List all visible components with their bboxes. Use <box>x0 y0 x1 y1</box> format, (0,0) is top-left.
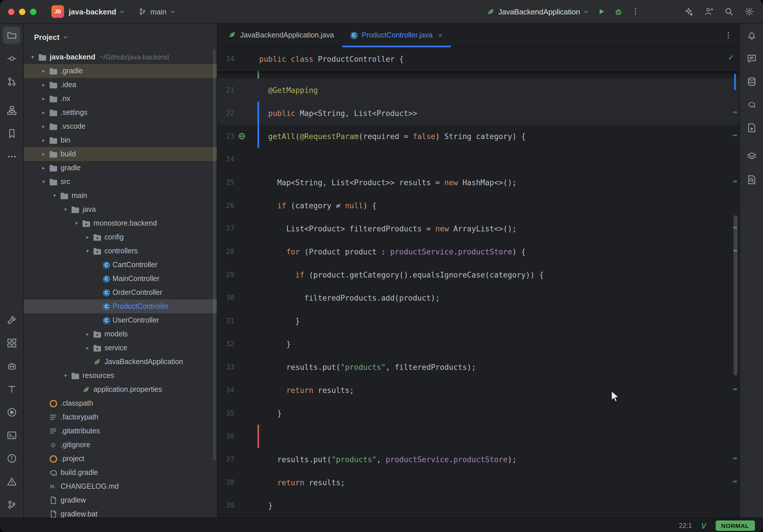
chevron-down-icon[interactable]: ▾ <box>28 54 37 60</box>
branch-selector[interactable]: main <box>139 7 175 16</box>
tree-item-build[interactable]: ▸build <box>24 147 217 161</box>
structure-button[interactable] <box>0 99 23 122</box>
build-button[interactable] <box>0 308 23 331</box>
close-window-button[interactable] <box>8 8 14 15</box>
doc-plus-button[interactable] <box>740 116 763 139</box>
tree-item-ordercontroller[interactable]: COrderController <box>24 286 217 299</box>
code-line-35[interactable]: 35 } <box>218 402 739 425</box>
chevron-down-icon[interactable]: ▾ <box>61 373 70 378</box>
problems-button[interactable] <box>0 447 23 470</box>
chevron-right-icon[interactable]: ▸ <box>39 110 48 115</box>
tree-item-usercontroller[interactable]: CUserController <box>24 313 217 327</box>
services-button[interactable] <box>0 331 23 354</box>
text-tool-button[interactable] <box>0 377 23 400</box>
tree-item--project[interactable]: .project <box>24 452 217 466</box>
assistant-button[interactable] <box>0 354 23 377</box>
code-line-23[interactable]: 23 getAll(@RequestParam(required = false… <box>218 125 739 148</box>
code-with-me-button[interactable] <box>704 7 713 16</box>
tree-item-java-backend[interactable]: ▾java-backend~/Github/java-backend <box>24 50 217 64</box>
chevron-down-icon[interactable]: ▾ <box>83 248 92 254</box>
code-line-30[interactable]: 30 filteredProducts.add(product); <box>218 286 739 309</box>
tree-item-maincontroller[interactable]: CMainController <box>24 272 217 286</box>
more-actions-button[interactable] <box>631 8 639 16</box>
tree-item-gradlew-bat[interactable]: gradlew.bat <box>24 507 217 518</box>
tree-item-gradle[interactable]: ▸gradle <box>24 161 217 175</box>
editor-tab-javabackendapplication-java[interactable]: JavaBackendApplication.java <box>220 24 342 47</box>
tree-item-config[interactable]: ▸config <box>24 230 217 244</box>
tree-item--idea[interactable]: ▸.idea <box>24 78 217 92</box>
project-selector[interactable]: java-backend <box>69 7 125 16</box>
code-line-22[interactable]: 22 public Map<String, List<Product>> <box>218 102 739 125</box>
notifications-button[interactable] <box>740 24 763 47</box>
debug-button[interactable] <box>614 7 623 16</box>
tree-item-controllers[interactable]: ▾controllers <box>24 244 217 258</box>
project-button[interactable] <box>0 24 23 47</box>
code-line-29[interactable]: 29 if (product.getCategory().equalsIgnor… <box>218 263 739 286</box>
chevron-down-icon[interactable]: ▾ <box>72 220 81 226</box>
search-everywhere-button[interactable] <box>724 7 733 16</box>
layers-button[interactable] <box>740 145 763 168</box>
tree-item-application-properties[interactable]: application.properties <box>24 382 217 396</box>
tree-item-productcontroller[interactable]: CProductController <box>24 299 217 313</box>
code-line-26[interactable]: 26 if (category ≠ null) { <box>218 194 739 217</box>
tree-item-src[interactable]: ▾src <box>24 175 217 189</box>
database-button[interactable] <box>740 70 763 93</box>
tree-item-monostore-backend[interactable]: ▾monostore.backend <box>24 216 217 230</box>
chevron-right-icon[interactable]: ▸ <box>39 137 48 143</box>
code-line-31[interactable]: 31 } <box>218 309 739 332</box>
settings-gear-button[interactable] <box>744 7 754 16</box>
project-tree-scrollbar[interactable] <box>213 50 216 461</box>
code-line-36[interactable]: 36 <box>218 425 739 448</box>
code-line-37[interactable]: 37 results.put("products", productServic… <box>218 448 739 471</box>
zoom-window-button[interactable] <box>30 8 36 15</box>
run-button[interactable] <box>0 400 23 424</box>
code-editor[interactable]: 14public class ProductController { 21 @G… <box>218 47 739 518</box>
pull-requests-button[interactable] <box>0 70 23 93</box>
chevron-right-icon[interactable]: ▸ <box>83 234 92 240</box>
ai-assistant-button[interactable] <box>684 7 693 16</box>
code-line-25[interactable]: 25 Map<String, List<Product>> results = … <box>218 171 739 194</box>
code-line-28[interactable]: 28 for (Product product : productService… <box>218 240 739 263</box>
tree-item--gradle[interactable]: ▸.gradle <box>24 64 217 78</box>
tree-item-gradlew[interactable]: gradlew <box>24 493 217 507</box>
editor-tab-productcontroller-java[interactable]: CProductController.java✕ <box>342 24 451 47</box>
tree-item-bin[interactable]: ▸bin <box>24 133 217 147</box>
code-line-33[interactable]: 33 results.put("products", filteredProdu… <box>218 356 739 378</box>
chevron-down-icon[interactable]: ▾ <box>61 207 70 212</box>
code-line-24[interactable]: 24 <box>218 148 739 171</box>
tree-item--factorypath[interactable]: .factorypath <box>24 410 217 424</box>
tree-item-javabackendapplication[interactable]: JavaBackendApplication <box>24 355 217 369</box>
commit-button[interactable] <box>0 47 23 70</box>
project-panel-header[interactable]: Project <box>24 24 217 50</box>
tree-item-models[interactable]: ▸models <box>24 327 217 341</box>
editor-scrollbar[interactable] <box>733 215 738 375</box>
bookmarks-button[interactable] <box>0 122 23 145</box>
caret-position[interactable]: 22:1 <box>679 522 692 529</box>
chevron-right-icon[interactable]: ▸ <box>39 68 48 74</box>
run-configuration-selector[interactable]: JavaBackendApplication <box>487 7 589 16</box>
vim-plugin-icon[interactable]: V <box>701 521 706 530</box>
tree-item-java[interactable]: ▾java <box>24 202 217 216</box>
tree-item--gitattributes[interactable]: .gitattributes <box>24 424 217 438</box>
chevron-right-icon[interactable]: ▸ <box>83 331 92 337</box>
sticky-code-line-14[interactable]: 14public class ProductController { <box>218 47 739 70</box>
chevron-right-icon[interactable]: ▸ <box>39 165 48 171</box>
code-line-27[interactable]: 27 List<Product> filteredProducts = new … <box>218 217 739 240</box>
code-line-39[interactable]: 39 } <box>218 494 739 517</box>
git-button[interactable] <box>0 493 23 516</box>
code-line-38[interactable]: 38 return results; <box>218 471 739 494</box>
code-line-32[interactable]: 32 } <box>218 332 739 356</box>
inspections-ok-icon[interactable]: ✓ <box>728 53 734 62</box>
tree-item-resources[interactable]: ▾resources <box>24 369 217 382</box>
tree-item-cartcontroller[interactable]: CCartController <box>24 258 217 272</box>
run-button[interactable] <box>598 8 605 16</box>
tree-item-service[interactable]: ▸service <box>24 341 217 355</box>
chevron-right-icon[interactable]: ▸ <box>39 82 48 88</box>
chevron-right-icon[interactable]: ▸ <box>39 96 48 102</box>
tree-item--gitignore[interactable]: ⊘.gitignore <box>24 438 217 452</box>
tree-item--nx[interactable]: ▸.nx <box>24 92 217 106</box>
gradle-button[interactable] <box>740 93 763 116</box>
chevron-right-icon[interactable]: ▸ <box>39 151 48 157</box>
terminal-button[interactable] <box>0 424 23 447</box>
chevron-down-icon[interactable]: ▾ <box>39 179 48 185</box>
